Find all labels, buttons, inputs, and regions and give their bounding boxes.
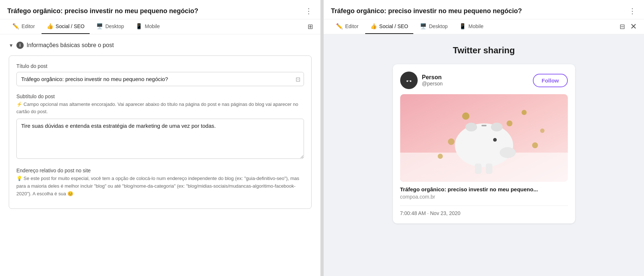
section-header: ▼ i Informações básicas sobre o post — [9, 42, 312, 49]
profile-info: Person @person — [422, 74, 443, 87]
subtitulo-label: Subtítulo do post — [16, 93, 304, 99]
url-section: Endereço relativo do post no site 💡 Se e… — [16, 168, 304, 198]
left-tab-desktop-label: Desktop — [105, 23, 124, 29]
url-label: Endereço relativo do post no site — [16, 168, 304, 173]
left-split-icon[interactable]: ⊞ — [308, 23, 313, 31]
right-tab-actions: ⊟ ✕ — [620, 23, 637, 31]
right-panel: Tráfego orgânico: preciso investir no me… — [324, 0, 644, 276]
svg-point-18 — [540, 129, 545, 133]
right-desktop-icon: 🖥️ — [420, 23, 427, 30]
profile-left: ●·● Person @person — [400, 72, 443, 89]
svg-rect-9 — [475, 164, 481, 174]
svg-text:●·●: ●·● — [406, 79, 411, 83]
follow-button[interactable]: Follow — [533, 74, 568, 87]
left-tab-social-seo-label: Social / SEO — [56, 23, 85, 29]
mobile-icon: 📱 — [136, 23, 143, 30]
section-toggle[interactable]: ▼ — [9, 43, 13, 48]
right-more-menu-icon[interactable]: ⋮ — [629, 7, 637, 15]
person-name: Person — [422, 74, 443, 81]
twitter-sharing-heading: Twitter sharing — [331, 45, 637, 55]
tweet-timestamp: 7:00:48 AM · Nov 23, 2020 — [400, 206, 568, 216]
avatar-icon: ●·● — [404, 75, 414, 85]
svg-point-12 — [462, 112, 469, 120]
tweet-url: compoa.com.br — [400, 194, 568, 200]
right-panel-body: Twitter sharing ●·● Person @person — [324, 34, 644, 276]
left-panel: Tráfego orgânico: preciso investir no me… — [0, 0, 321, 276]
right-tab-desktop[interactable]: 🖥️ Desktop — [415, 19, 453, 34]
titulo-label: Título do post — [16, 63, 304, 69]
titulo-input[interactable] — [16, 72, 304, 86]
left-panel-header: Tráfego orgânico: preciso investir no me… — [0, 0, 320, 19]
svg-point-7 — [491, 123, 503, 131]
right-tab-mobile[interactable]: 📱 Mobile — [454, 19, 488, 34]
tweet-image — [400, 94, 568, 182]
svg-point-4 — [455, 123, 513, 167]
right-tab-editor-label: Editor — [345, 23, 359, 29]
svg-point-15 — [522, 110, 527, 115]
svg-point-6 — [465, 123, 477, 131]
right-mobile-icon: 📱 — [459, 23, 466, 30]
post-basic-info-card: Título do post ⊡ Subtítulo do post ⚡ Cam… — [9, 55, 312, 209]
twitter-profile-row: ●·● Person @person Follow — [400, 72, 568, 89]
svg-point-5 — [500, 147, 516, 158]
url-hint: 💡 Se este post for muito especial, você … — [16, 175, 304, 198]
svg-point-14 — [448, 138, 454, 145]
editor-icon: ✏️ — [12, 23, 19, 30]
svg-rect-11 — [481, 125, 487, 126]
person-handle: @person — [422, 81, 443, 87]
left-tab-desktop[interactable]: 🖥️ Desktop — [91, 19, 129, 34]
left-tabs: ✏️ Editor 👍 Social / SEO 🖥️ Desktop 📱 Mo… — [7, 19, 165, 34]
right-tabs: ✏️ Editor 👍 Social / SEO 🖥️ Desktop 📱 Mo… — [331, 19, 489, 34]
right-editor-icon: ✏️ — [336, 23, 343, 30]
right-social-seo-icon: 👍 — [370, 23, 377, 30]
subtitulo-textarea[interactable]: Tire suas dúvidas e entenda esta estraté… — [16, 119, 304, 159]
left-tab-mobile[interactable]: 📱 Mobile — [130, 19, 165, 34]
desktop-icon: 🖥️ — [96, 23, 103, 30]
left-panel-content: ▼ i Informações básicas sobre o post Tít… — [0, 34, 320, 276]
twitter-card: ●·● Person @person Follow — [393, 64, 575, 223]
left-more-menu-icon[interactable]: ⋮ — [305, 7, 313, 15]
titulo-copy-icon[interactable]: ⊡ — [296, 76, 300, 83]
right-panel-header: Tráfego orgânico: preciso investir no me… — [324, 0, 644, 19]
left-panel-title: Tráfego orgânico: preciso investir no me… — [7, 7, 198, 15]
right-tab-mobile-label: Mobile — [468, 23, 483, 29]
left-tab-editor[interactable]: ✏️ Editor — [7, 19, 40, 34]
right-panel-title: Tráfego orgânico: preciso investir no me… — [331, 7, 522, 15]
left-tabs-bar: ✏️ Editor 👍 Social / SEO 🖥️ Desktop 📱 Mo… — [0, 19, 320, 34]
svg-point-8 — [493, 138, 497, 142]
right-close-icon[interactable]: ✕ — [630, 23, 637, 31]
subtitulo-hint: ⚡ Campo opcional mas altamente encorajad… — [16, 101, 304, 115]
svg-point-13 — [507, 120, 512, 126]
right-tabs-bar: ✏️ Editor 👍 Social / SEO 🖥️ Desktop 📱 Mo… — [324, 19, 644, 34]
right-tab-social-seo-label: Social / SEO — [379, 23, 408, 29]
social-seo-icon: 👍 — [47, 23, 54, 30]
right-tab-editor[interactable]: ✏️ Editor — [331, 19, 364, 34]
svg-point-16 — [532, 142, 538, 148]
right-tab-social-seo[interactable]: 👍 Social / SEO — [365, 19, 413, 34]
svg-point-17 — [438, 154, 443, 159]
svg-rect-10 — [486, 164, 492, 174]
left-tab-social-seo[interactable]: 👍 Social / SEO — [42, 19, 90, 34]
panel-divider — [321, 0, 324, 276]
right-split-icon[interactable]: ⊟ — [620, 23, 625, 31]
tweet-title: Tráfego orgânico: preciso investir no me… — [400, 186, 568, 192]
left-tab-editor-label: Editor — [22, 23, 35, 29]
section-info-icon: i — [16, 42, 24, 49]
tweet-image-svg — [400, 94, 568, 182]
subtitulo-section: Subtítulo do post ⚡ Campo opcional mas a… — [16, 93, 304, 160]
titulo-input-wrap: ⊡ — [16, 72, 304, 86]
right-tab-desktop-label: Desktop — [429, 23, 448, 29]
section-title: Informações básicas sobre o post — [27, 42, 114, 49]
avatar: ●·● — [400, 72, 418, 89]
left-tab-mobile-label: Mobile — [145, 23, 160, 29]
